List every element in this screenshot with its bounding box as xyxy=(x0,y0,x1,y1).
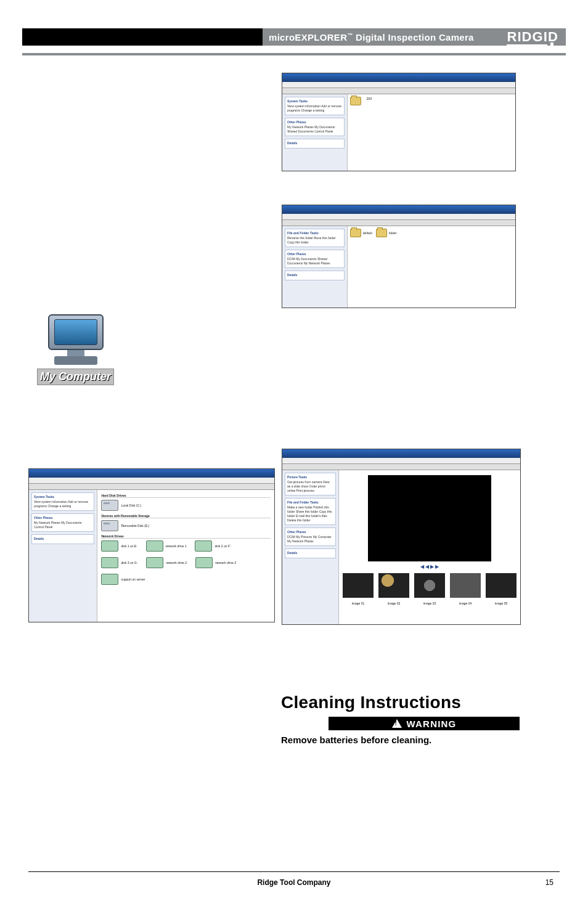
sidebar-links: View system information Add or remove pr… xyxy=(287,104,342,113)
sidebar-heading: Other Places xyxy=(287,530,333,534)
main-pane: 200 xyxy=(348,94,515,171)
sidebar-heading: Details xyxy=(287,141,342,145)
monitor-icon xyxy=(48,314,104,350)
brand-dot xyxy=(550,43,553,46)
window-toolbar xyxy=(282,220,515,226)
footer-page-number: 15 xyxy=(545,878,553,887)
sidebar-links: DCIM My Documents Shared Documents My Ne… xyxy=(287,257,342,266)
title-tm: ™ xyxy=(347,32,353,38)
brand-underline xyxy=(507,44,547,46)
thumb-label: image 02 xyxy=(377,601,410,605)
title-prefix: microEXPLORER xyxy=(269,32,347,43)
cleaning-heading: Cleaning Instructions xyxy=(281,693,461,712)
window-titlebar xyxy=(282,205,515,214)
screenshot-explorer-1: System Tasks View system information Add… xyxy=(282,73,516,171)
network-drive-icon xyxy=(101,557,118,568)
sidebar-heading: System Tasks xyxy=(287,99,342,103)
sidebar-heading: Picture Tasks xyxy=(287,475,333,479)
filmstrip-controls: ◀ ◀ ▶ ▶ xyxy=(341,564,518,569)
hard-drive-icon xyxy=(101,500,118,511)
sidebar-pane: System Tasks View system information Add… xyxy=(29,490,97,622)
folder-icon xyxy=(350,97,361,105)
header-rule xyxy=(22,53,566,55)
thumb-label: image 03 xyxy=(413,601,446,605)
drive-label: network drive 2 xyxy=(166,561,187,565)
sidebar-heading: System Tasks xyxy=(34,495,92,499)
sidebar-links: Make a new folder Publish this folder Sh… xyxy=(287,505,333,523)
thumb-label: image 01 xyxy=(341,601,375,605)
network-drive-icon xyxy=(195,557,213,568)
sidebar-links: Get pictures from camera View as a slide… xyxy=(287,480,333,493)
image-thumbnail xyxy=(343,573,374,598)
network-drive-icon xyxy=(101,540,118,552)
folder-icon xyxy=(376,229,387,237)
warning-triangle-icon xyxy=(392,719,402,728)
drive-label: support on server xyxy=(121,577,145,581)
drive-label: Removable Disk (E:) xyxy=(121,524,149,528)
main-pane: ◀ ◀ ▶ ▶ image 01 image 02 image 03 image… xyxy=(339,470,520,624)
window-menubar xyxy=(282,82,515,88)
header-title: microEXPLORER™ Digital Inspection Camera xyxy=(269,32,474,43)
network-drive-icon xyxy=(146,557,163,568)
window-menubar xyxy=(282,214,515,220)
sidebar-heading: Other Places xyxy=(287,120,342,124)
drive-label: network drive 3 xyxy=(215,561,236,565)
drive-label: disk 2 on F: xyxy=(214,544,231,548)
sidebar-links: View system information Add or remove pr… xyxy=(34,500,92,508)
thumb-label: image 04 xyxy=(449,601,482,605)
image-thumbnail xyxy=(378,573,409,598)
screenshot-image-folder: Picture Tasks Get pictures from camera V… xyxy=(282,449,521,625)
sidebar-heading: Other Places xyxy=(287,252,342,256)
sidebar-pane: File and Folder Tasks Rename this folder… xyxy=(282,226,348,308)
section-heading: Hard Disk Drives xyxy=(101,494,271,498)
sidebar-pane: System Tasks View system information Add… xyxy=(282,94,348,171)
footer-rule xyxy=(28,871,560,872)
screenshot-explorer-2: File and Folder Tasks Rename this folder… xyxy=(282,205,516,308)
sidebar-heading: Details xyxy=(287,273,342,277)
warning-bar: WARNING xyxy=(329,717,520,730)
window-titlebar xyxy=(282,449,520,458)
folder-label: default xyxy=(363,231,372,235)
warning-body-text: Remove batteries before cleaning. xyxy=(281,735,431,745)
window-toolbar xyxy=(282,88,515,94)
folder-label: 200 xyxy=(367,97,372,105)
sidebar-heading: Other Places xyxy=(34,516,92,520)
sidebar-heading: Details xyxy=(34,537,92,540)
network-drive-icon xyxy=(101,574,118,585)
image-thumbnail xyxy=(486,573,517,598)
title-suffix: Digital Inspection Camera xyxy=(353,32,474,43)
section-heading: Devices with Removable Storage xyxy=(101,514,271,518)
section-heading: Network Drives xyxy=(101,534,271,539)
my-computer-icon-block: My Computer xyxy=(31,314,120,385)
main-pane: default folder xyxy=(348,226,515,308)
window-toolbar xyxy=(282,464,520,470)
drive-label: Local Disk (C:) xyxy=(121,503,141,507)
drive-label: disk 1 on E: xyxy=(121,544,137,548)
window-menubar xyxy=(282,458,520,464)
drive-label: disk 3 on G: xyxy=(121,561,137,565)
sidebar-links: My Network Places My Documents Shared Do… xyxy=(287,125,342,134)
header-gray-block: microEXPLORER™ Digital Inspection Camera… xyxy=(263,28,566,46)
screenshot-my-computer: System Tasks View system information Add… xyxy=(28,468,275,622)
window-titlebar xyxy=(282,73,515,82)
image-thumbnail xyxy=(450,573,481,598)
sidebar-heading: File and Folder Tasks xyxy=(287,500,333,504)
window-toolbar xyxy=(29,484,274,490)
sidebar-pane: Picture Tasks Get pictures from camera V… xyxy=(282,470,339,624)
sidebar-links: DCIM My Pictures My Computer My Network … xyxy=(287,535,333,544)
my-computer-caption: My Computer xyxy=(37,369,114,385)
page-header: microEXPLORER™ Digital Inspection Camera… xyxy=(22,28,566,46)
network-drive-icon xyxy=(146,540,163,552)
folder-icon xyxy=(350,229,361,237)
folder-label: folder xyxy=(389,231,397,235)
footer-company: Ridge Tool Company xyxy=(0,878,588,887)
brand-logo: RIDGID xyxy=(507,29,558,45)
network-drive-icon xyxy=(195,540,212,552)
sidebar-links: My Network Places My Documents Control P… xyxy=(34,521,92,529)
thumb-label: image 05 xyxy=(484,601,518,605)
warning-label: WARNING xyxy=(407,719,457,729)
sidebar-heading: File and Folder Tasks xyxy=(287,231,342,235)
image-thumbnail xyxy=(414,573,445,598)
removable-drive-icon xyxy=(101,520,118,531)
main-pane: Hard Disk Drives Local Disk (C:) Devices… xyxy=(97,490,274,622)
